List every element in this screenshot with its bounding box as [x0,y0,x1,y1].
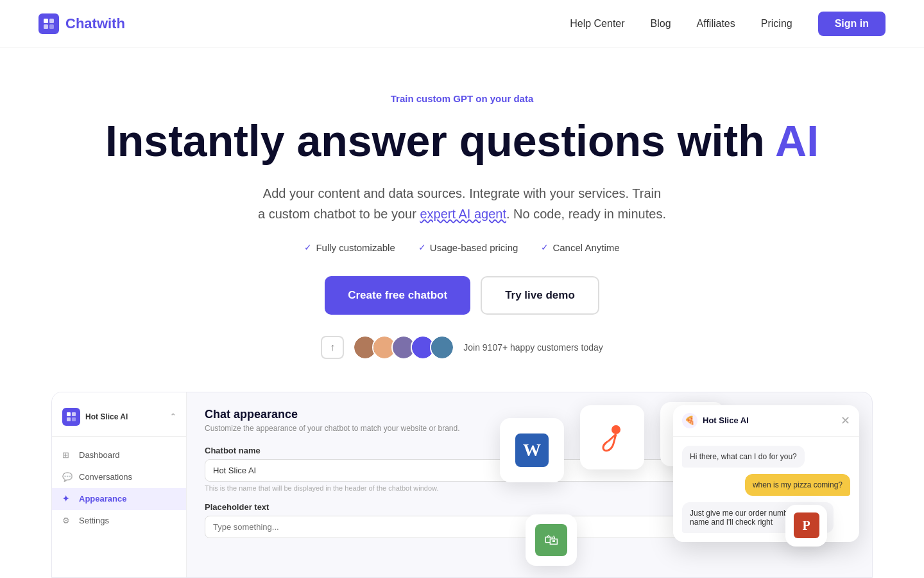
sidebar-label-settings: Settings [79,516,109,525]
check-icon-2: ✓ [418,242,426,252]
word-icon: W [523,440,541,460]
expert-ai-link[interactable]: expert AI agent [420,207,506,221]
hero-section: Train custom GPT on your data Instantly … [0,48,924,360]
svg-rect-0 [44,19,48,23]
chat-window: 🍕 Hot Slice AI ✕ Hi there, what can I do… [673,405,859,542]
svg-rect-3 [49,24,54,29]
share-icon: ↑ [321,336,344,359]
nav-links: Help Center Blog Affiliates Pricing Sign… [570,12,886,36]
settings-icon: ⚙ [62,516,73,526]
feature-pricing: ✓ Usage-based pricing [418,242,518,253]
nav-blog[interactable]: Blog [651,18,671,30]
floating-cards: W PDF [487,392,872,578]
palette-icon: ✦ [62,494,73,504]
bot-selector[interactable]: Hot Slice AI ⌃ [85,412,176,421]
hero-tag: Train custom GPT on your data [38,93,886,104]
svg-rect-6 [67,417,71,421]
hero-title-start: Instantly answer questions with [105,116,775,165]
powerpoint-icon: P [802,518,810,533]
chat-header: 🍕 Hot Slice AI ✕ [673,405,859,437]
chat-message-2: when is my pizza coming? [745,474,850,496]
hero-subtitle-2: a custom chatbot to be your [258,207,420,221]
feature-customizable: ✓ Fully customizable [304,242,395,253]
try-demo-button[interactable]: Try live demo [481,276,599,315]
feature-label-1: Fully customizable [316,242,395,253]
svg-rect-4 [67,412,71,416]
hero-subtitle-1: Add your content and data sources. Integ… [263,186,661,200]
check-icon-1: ✓ [304,242,312,252]
logo-text: Chatwith [65,15,125,32]
nav-affiliates[interactable]: Affiliates [697,18,735,30]
feature-label-3: Cancel Anytime [552,242,619,253]
social-text: Join 9107+ happy customers today [463,342,603,353]
svg-rect-7 [72,417,76,421]
chat-messages: Hi there, what can I do for you? when is… [673,437,859,542]
hubspot-icon [595,421,629,454]
feature-cancel: ✓ Cancel Anytime [541,242,619,253]
features-list: ✓ Fully customizable ✓ Usage-based prici… [38,242,886,253]
nav-help-center[interactable]: Help Center [570,18,624,30]
hero-title-ai: AI [775,116,819,165]
navbar: Chatwith Help Center Blog Affiliates Pri… [0,0,924,48]
chat-bot-icon: 🍕 [682,413,697,428]
sidebar-label-conversations: Conversations [79,472,132,482]
check-icon-3: ✓ [541,242,549,252]
preview-container: Hot Slice AI ⌃ ⊞ Dashboard 💬 Conversatio… [51,392,873,578]
sidebar-label-dashboard: Dashboard [79,450,120,460]
feature-label-2: Usage-based pricing [430,242,518,253]
hero-subtitle-3: . No code, ready in minutes. [506,207,666,221]
hubspot-integration-card [580,405,644,469]
nav-pricing[interactable]: Pricing [761,18,792,30]
chat-header-left: 🍕 Hot Slice AI [682,413,749,428]
social-proof: ↑ Join 9107+ happy customers today [38,335,886,360]
cta-buttons: Create free chatbot Try live demo [38,276,886,315]
dashboard-sidebar: Hot Slice AI ⌃ ⊞ Dashboard 💬 Conversatio… [52,392,187,577]
sidebar-item-conversations[interactable]: 💬 Conversations [52,466,186,488]
shopify-icon: 🛍 [544,532,558,548]
hero-subtitle: Add your content and data sources. Integ… [244,183,680,224]
svg-rect-2 [44,24,48,29]
chat-message-1: Hi there, what can I do for you? [682,446,805,468]
avatars [353,335,454,360]
svg-rect-1 [49,19,54,23]
sidebar-logo: Hot Slice AI ⌃ [52,403,186,437]
bot-name: Hot Slice AI [85,412,128,421]
powerpoint-integration-card: P [785,505,827,547]
sidebar-logo-icon [62,408,80,426]
sidebar-item-settings[interactable]: ⚙ Settings [52,510,186,532]
avatar-5 [430,335,454,360]
word-integration-card: W [500,418,564,482]
sign-in-button[interactable]: Sign in [818,12,886,36]
logo[interactable]: Chatwith [38,13,125,34]
selector-caret: ⌃ [170,412,176,421]
sidebar-item-appearance[interactable]: ✦ Appearance [52,488,186,510]
chat-bot-name: Hot Slice AI [703,416,749,425]
svg-point-8 [612,425,620,434]
hero-title: Instantly answer questions with AI [38,117,886,165]
grid-icon: ⊞ [62,450,73,460]
chat-icon: 💬 [62,472,73,482]
preview-section: Hot Slice AI ⌃ ⊞ Dashboard 💬 Conversatio… [0,392,924,578]
create-chatbot-button[interactable]: Create free chatbot [325,276,470,315]
sidebar-label-appearance: Appearance [79,494,126,504]
shopify-integration-card: 🛍 [526,514,577,566]
sidebar-item-dashboard[interactable]: ⊞ Dashboard [52,444,186,466]
chat-close-icon[interactable]: ✕ [841,414,850,428]
logo-icon [38,13,59,34]
svg-rect-5 [72,412,76,416]
